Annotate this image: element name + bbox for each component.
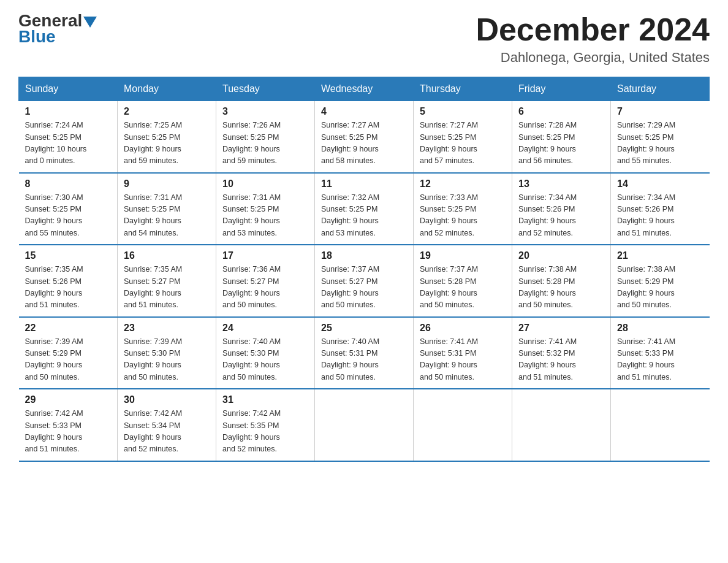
calendar-cell: 11Sunrise: 7:32 AM Sunset: 5:25 PM Dayli… <box>315 173 414 245</box>
svg-marker-0 <box>83 17 97 28</box>
day-info: Sunrise: 7:41 AM Sunset: 5:32 PM Dayligh… <box>518 336 604 384</box>
page-header: General Blue December 2024 Dahlonega, Ge… <box>18 12 710 66</box>
header-thursday: Thursday <box>414 77 512 101</box>
day-info: Sunrise: 7:36 AM Sunset: 5:27 PM Dayligh… <box>222 264 308 312</box>
day-number: 1 <box>25 106 112 117</box>
calendar-cell: 21Sunrise: 7:38 AM Sunset: 5:29 PM Dayli… <box>611 245 710 317</box>
month-title: December 2024 <box>476 12 710 47</box>
calendar-cell: 5Sunrise: 7:27 AM Sunset: 5:25 PM Daylig… <box>414 101 512 173</box>
calendar-week-row: 8Sunrise: 7:30 AM Sunset: 5:25 PM Daylig… <box>19 173 710 245</box>
day-number: 30 <box>124 394 210 405</box>
day-number: 4 <box>321 106 407 117</box>
calendar-cell <box>611 389 710 461</box>
day-number: 11 <box>321 178 407 190</box>
header-wednesday: Wednesday <box>315 77 414 101</box>
day-number: 12 <box>420 178 506 190</box>
calendar-cell: 19Sunrise: 7:37 AM Sunset: 5:28 PM Dayli… <box>414 245 512 317</box>
calendar-cell: 26Sunrise: 7:41 AM Sunset: 5:31 PM Dayli… <box>414 317 512 389</box>
day-info: Sunrise: 7:37 AM Sunset: 5:27 PM Dayligh… <box>321 264 407 312</box>
day-info: Sunrise: 7:27 AM Sunset: 5:25 PM Dayligh… <box>321 120 407 167</box>
calendar-cell: 30Sunrise: 7:42 AM Sunset: 5:34 PM Dayli… <box>118 389 216 461</box>
calendar-cell: 3Sunrise: 7:26 AM Sunset: 5:25 PM Daylig… <box>216 101 315 173</box>
calendar-week-row: 15Sunrise: 7:35 AM Sunset: 5:26 PM Dayli… <box>19 245 710 317</box>
calendar-cell: 4Sunrise: 7:27 AM Sunset: 5:25 PM Daylig… <box>315 101 414 173</box>
day-info: Sunrise: 7:31 AM Sunset: 5:25 PM Dayligh… <box>124 192 210 240</box>
day-number: 3 <box>222 106 308 117</box>
day-info: Sunrise: 7:24 AM Sunset: 5:25 PM Dayligh… <box>25 120 112 167</box>
calendar-cell: 17Sunrise: 7:36 AM Sunset: 5:27 PM Dayli… <box>216 245 315 317</box>
header-monday: Monday <box>118 77 216 101</box>
day-number: 13 <box>518 178 604 190</box>
day-info: Sunrise: 7:30 AM Sunset: 5:25 PM Dayligh… <box>25 192 112 240</box>
calendar-table: SundayMondayTuesdayWednesdayThursdayFrid… <box>18 77 710 462</box>
day-number: 10 <box>222 178 308 190</box>
calendar-cell <box>315 389 414 461</box>
day-number: 22 <box>25 323 112 334</box>
day-number: 15 <box>25 250 112 261</box>
day-info: Sunrise: 7:35 AM Sunset: 5:27 PM Dayligh… <box>124 264 210 312</box>
day-info: Sunrise: 7:42 AM Sunset: 5:35 PM Dayligh… <box>222 408 308 456</box>
calendar-cell: 2Sunrise: 7:25 AM Sunset: 5:25 PM Daylig… <box>118 101 216 173</box>
calendar-cell: 29Sunrise: 7:42 AM Sunset: 5:33 PM Dayli… <box>19 389 118 461</box>
day-info: Sunrise: 7:33 AM Sunset: 5:25 PM Dayligh… <box>420 192 506 240</box>
calendar-cell: 14Sunrise: 7:34 AM Sunset: 5:26 PM Dayli… <box>611 173 710 245</box>
calendar-cell: 15Sunrise: 7:35 AM Sunset: 5:26 PM Dayli… <box>19 245 118 317</box>
day-number: 29 <box>25 394 112 405</box>
calendar-cell: 13Sunrise: 7:34 AM Sunset: 5:26 PM Dayli… <box>512 173 611 245</box>
header-friday: Friday <box>512 77 611 101</box>
day-info: Sunrise: 7:40 AM Sunset: 5:31 PM Dayligh… <box>321 336 407 384</box>
calendar-cell: 10Sunrise: 7:31 AM Sunset: 5:25 PM Dayli… <box>216 173 315 245</box>
day-info: Sunrise: 7:41 AM Sunset: 5:31 PM Dayligh… <box>420 336 506 384</box>
calendar-cell: 7Sunrise: 7:29 AM Sunset: 5:25 PM Daylig… <box>611 101 710 173</box>
calendar-cell <box>414 389 512 461</box>
header-tuesday: Tuesday <box>216 77 315 101</box>
day-info: Sunrise: 7:27 AM Sunset: 5:25 PM Dayligh… <box>420 120 506 167</box>
day-number: 28 <box>617 323 703 334</box>
day-number: 7 <box>617 106 703 117</box>
calendar-cell: 1Sunrise: 7:24 AM Sunset: 5:25 PM Daylig… <box>19 101 118 173</box>
day-info: Sunrise: 7:38 AM Sunset: 5:28 PM Dayligh… <box>518 264 604 312</box>
calendar-cell: 18Sunrise: 7:37 AM Sunset: 5:27 PM Dayli… <box>315 245 414 317</box>
day-number: 19 <box>420 250 506 261</box>
day-info: Sunrise: 7:42 AM Sunset: 5:34 PM Dayligh… <box>124 408 210 456</box>
calendar-week-row: 22Sunrise: 7:39 AM Sunset: 5:29 PM Dayli… <box>19 317 710 389</box>
logo: General Blue <box>18 12 97 47</box>
day-info: Sunrise: 7:39 AM Sunset: 5:30 PM Dayligh… <box>124 336 210 384</box>
day-number: 20 <box>518 250 604 261</box>
calendar-cell: 6Sunrise: 7:28 AM Sunset: 5:25 PM Daylig… <box>512 101 611 173</box>
day-number: 24 <box>222 323 308 334</box>
day-number: 31 <box>222 394 308 405</box>
day-info: Sunrise: 7:39 AM Sunset: 5:29 PM Dayligh… <box>25 336 112 384</box>
day-info: Sunrise: 7:42 AM Sunset: 5:33 PM Dayligh… <box>25 408 112 456</box>
day-info: Sunrise: 7:28 AM Sunset: 5:25 PM Dayligh… <box>518 120 604 167</box>
day-number: 26 <box>420 323 506 334</box>
header-sunday: Sunday <box>19 77 118 101</box>
calendar-cell: 27Sunrise: 7:41 AM Sunset: 5:32 PM Dayli… <box>512 317 611 389</box>
day-number: 17 <box>222 250 308 261</box>
calendar-cell: 31Sunrise: 7:42 AM Sunset: 5:35 PM Dayli… <box>216 389 315 461</box>
day-number: 25 <box>321 323 407 334</box>
calendar-header-row: SundayMondayTuesdayWednesdayThursdayFrid… <box>19 77 710 101</box>
day-number: 16 <box>124 250 210 261</box>
day-info: Sunrise: 7:40 AM Sunset: 5:30 PM Dayligh… <box>222 336 308 384</box>
day-info: Sunrise: 7:34 AM Sunset: 5:26 PM Dayligh… <box>518 192 604 240</box>
day-number: 8 <box>25 178 112 190</box>
day-number: 21 <box>617 250 703 261</box>
calendar-cell: 24Sunrise: 7:40 AM Sunset: 5:30 PM Dayli… <box>216 317 315 389</box>
day-number: 14 <box>617 178 703 190</box>
calendar-cell <box>512 389 611 461</box>
day-info: Sunrise: 7:35 AM Sunset: 5:26 PM Dayligh… <box>25 264 112 312</box>
calendar-cell: 23Sunrise: 7:39 AM Sunset: 5:30 PM Dayli… <box>118 317 216 389</box>
calendar-week-row: 29Sunrise: 7:42 AM Sunset: 5:33 PM Dayli… <box>19 389 710 461</box>
day-number: 23 <box>124 323 210 334</box>
day-number: 2 <box>124 106 210 117</box>
day-number: 9 <box>124 178 210 190</box>
day-info: Sunrise: 7:29 AM Sunset: 5:25 PM Dayligh… <box>617 120 703 167</box>
day-info: Sunrise: 7:31 AM Sunset: 5:25 PM Dayligh… <box>222 192 308 240</box>
day-number: 6 <box>518 106 604 117</box>
day-info: Sunrise: 7:37 AM Sunset: 5:28 PM Dayligh… <box>420 264 506 312</box>
calendar-week-row: 1Sunrise: 7:24 AM Sunset: 5:25 PM Daylig… <box>19 101 710 173</box>
calendar-cell: 9Sunrise: 7:31 AM Sunset: 5:25 PM Daylig… <box>118 173 216 245</box>
day-number: 27 <box>518 323 604 334</box>
logo-blue: Blue <box>18 27 56 47</box>
